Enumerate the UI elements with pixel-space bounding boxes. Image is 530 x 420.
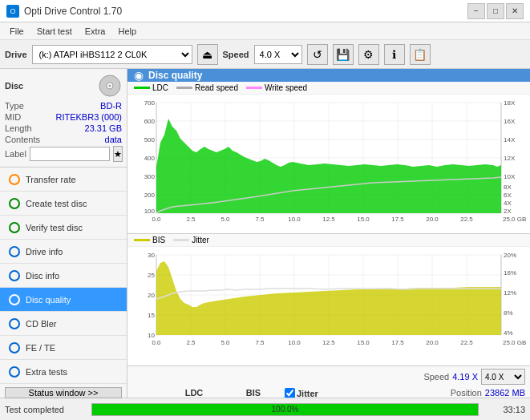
- bottom-chart-container: 30 25 20 15 10 20% 16% 12% 8% 4% 0.0 2.5: [127, 247, 530, 355]
- refresh-button[interactable]: ↺: [307, 44, 328, 65]
- svg-text:6X: 6X: [504, 192, 512, 199]
- nav-transfer-rate[interactable]: Transfer rate: [0, 168, 127, 192]
- progress-bar: 100.0%: [92, 404, 478, 415]
- svg-text:15.0: 15.0: [357, 216, 370, 223]
- speed-label: Speed: [223, 50, 249, 59]
- stats-area: LDC BIS Jitter Avg 68.69 1.24 11.2%: [127, 366, 530, 398]
- svg-text:15.0: 15.0: [357, 339, 370, 346]
- svg-text:12.5: 12.5: [322, 339, 335, 346]
- svg-text:16%: 16%: [504, 269, 516, 277]
- nav-icon-drive-info: [9, 246, 20, 257]
- chart-icon: ◉: [134, 69, 144, 82]
- svg-text:700: 700: [144, 99, 156, 107]
- drive-select[interactable]: (k:) ATAPI iHBS112 2 CL0K: [32, 45, 192, 64]
- info-button[interactable]: ℹ: [384, 44, 405, 65]
- eject-button[interactable]: ⏏: [197, 44, 218, 65]
- svg-text:600: 600: [144, 118, 156, 125]
- progress-container: 100.0%: [91, 403, 479, 416]
- nav-icon-create: [9, 198, 20, 209]
- mid-label: MID: [5, 112, 21, 122]
- stats-table: LDC BIS Jitter Avg 68.69 1.24 11.2%: [132, 388, 420, 398]
- svg-text:4%: 4%: [504, 329, 513, 337]
- legend-label-jitter: Jitter: [192, 236, 209, 244]
- menu-start-test[interactable]: Start test: [30, 25, 79, 38]
- nav-label-drive-info: Drive info: [26, 247, 63, 256]
- svg-text:15: 15: [148, 312, 155, 319]
- minimize-button[interactable]: −: [467, 3, 485, 19]
- nav-create-test[interactable]: Create test disc: [0, 192, 127, 216]
- nav-icon-verify: [9, 222, 20, 233]
- position-val: 23862 MB: [485, 388, 525, 398]
- save-button[interactable]: 💾: [333, 44, 354, 65]
- chart-area: ◉ Disc quality LDC Read speed Write spee…: [127, 69, 530, 398]
- position-label: Position: [451, 388, 482, 398]
- svg-text:300: 300: [144, 173, 156, 180]
- main-content: Disc Type BD-R MID RITEKBR3 (000) Length…: [0, 69, 530, 398]
- nav-icon-disc-info: [9, 270, 20, 281]
- label-key: Label: [5, 149, 26, 159]
- disc-mid-row: MID RITEKBR3 (000): [5, 112, 122, 122]
- svg-text:20.0: 20.0: [426, 339, 439, 346]
- svg-text:0.0: 0.0: [152, 216, 161, 223]
- label-input[interactable]: [30, 147, 110, 161]
- legend-color-bis: [134, 239, 150, 241]
- svg-text:10.0: 10.0: [288, 216, 301, 223]
- menu-help[interactable]: Help: [111, 25, 143, 38]
- menu-file[interactable]: File: [3, 25, 30, 38]
- length-value: 23.31 GB: [85, 123, 122, 133]
- chart-header: ◉ Disc quality: [127, 69, 530, 82]
- svg-text:20.0: 20.0: [426, 216, 439, 223]
- legend-label-write: Write speed: [265, 83, 307, 92]
- nav-drive-info[interactable]: Drive info: [0, 240, 127, 264]
- legend-color-read: [176, 87, 192, 89]
- label-button[interactable]: ★: [113, 146, 123, 162]
- svg-text:17.5: 17.5: [391, 216, 404, 223]
- svg-text:17.5: 17.5: [391, 339, 404, 346]
- legend-color-jitter: [173, 239, 189, 241]
- legend-jitter: Jitter: [173, 236, 209, 244]
- nav-label-transfer: Transfer rate: [26, 175, 76, 184]
- type-label: Type: [5, 101, 24, 111]
- status-window-button[interactable]: Status window >>: [5, 387, 122, 398]
- svg-text:22.5: 22.5: [460, 216, 473, 223]
- nav-label-create: Create test disc: [26, 199, 87, 208]
- svg-text:30: 30: [148, 252, 155, 259]
- close-button[interactable]: ✕: [506, 3, 524, 19]
- nav-disc-info[interactable]: Disc info: [0, 264, 127, 288]
- svg-text:2.5: 2.5: [186, 216, 196, 223]
- disc-header-title: Disc: [5, 81, 23, 91]
- svg-text:200: 200: [144, 192, 156, 199]
- disc-panel: Disc Type BD-R MID RITEKBR3 (000) Length…: [0, 69, 127, 168]
- nav-extra-tests[interactable]: Extra tests: [0, 360, 127, 384]
- bottom-legend: BIS Jitter: [127, 234, 530, 247]
- speed-select-stats[interactable]: 4.0 X: [481, 369, 525, 385]
- settings-button[interactable]: ⚙: [358, 44, 379, 65]
- disc-icon: [98, 74, 122, 98]
- jitter-checkbox[interactable]: [285, 388, 295, 398]
- nav-items: Transfer rate Create test disc Verify te…: [0, 168, 127, 384]
- contents-value: data: [105, 135, 122, 144]
- nav-cd-bler[interactable]: CD Bler: [0, 312, 127, 336]
- svg-text:400: 400: [144, 155, 156, 162]
- top-chart-svg: 700 600 500 400 300 200 100 18X 16X 14X …: [127, 95, 530, 224]
- nav-disc-quality[interactable]: Disc quality: [0, 288, 127, 312]
- svg-text:10: 10: [148, 332, 155, 339]
- nav-fe-te[interactable]: FE / TE: [0, 336, 127, 360]
- toolbar: Drive (k:) ATAPI iHBS112 2 CL0K ⏏ Speed …: [0, 40, 530, 69]
- maximize-button[interactable]: □: [487, 3, 504, 19]
- top-chart: LDC Read speed Write speed: [127, 82, 530, 234]
- svg-text:0.0: 0.0: [152, 339, 161, 346]
- legend-label-read: Read speed: [195, 83, 238, 92]
- svg-text:100: 100: [144, 208, 156, 215]
- export-button[interactable]: 📋: [410, 44, 431, 65]
- speed-select[interactable]: 4.0 X: [254, 45, 302, 64]
- contents-label: Contents: [5, 135, 40, 144]
- svg-text:10.0: 10.0: [288, 339, 301, 346]
- svg-text:12%: 12%: [504, 289, 516, 297]
- svg-text:2.5: 2.5: [186, 339, 196, 346]
- legend-ldc: LDC: [134, 83, 168, 92]
- title-bar: O Opti Drive Control 1.70 − □ ✕: [0, 0, 530, 22]
- svg-text:25.0 GB: 25.0 GB: [503, 216, 526, 223]
- menu-extra[interactable]: Extra: [79, 25, 112, 38]
- nav-verify-test[interactable]: Verify test disc: [0, 216, 127, 240]
